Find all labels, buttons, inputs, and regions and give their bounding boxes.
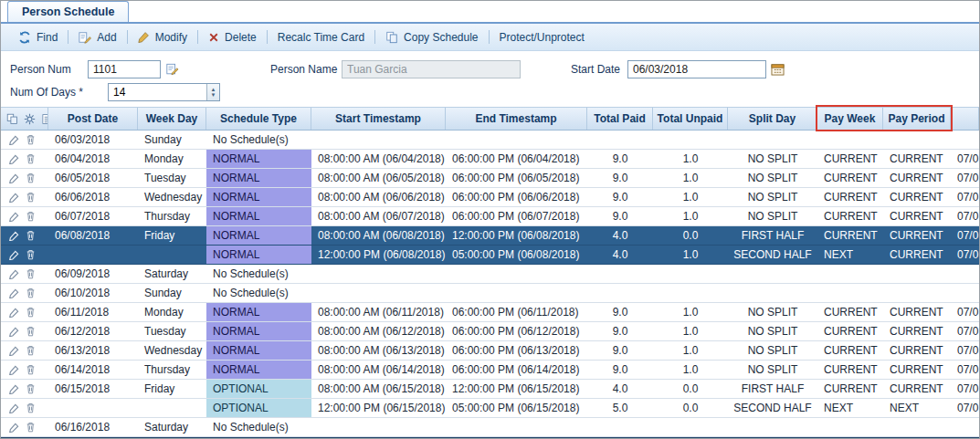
cell-end-timestamp: 06:00:00 PM (06/05/2018) xyxy=(446,169,587,187)
row-delete-icon[interactable] xyxy=(26,230,36,241)
toolbar-separator xyxy=(197,30,198,44)
spinner-down-icon[interactable]: ▼ xyxy=(211,92,216,98)
row-delete-icon[interactable] xyxy=(26,326,36,337)
cell-total-unpaid: 0.0 xyxy=(653,399,728,417)
num-days-field: ▲▼ xyxy=(108,83,220,101)
protect-unprotect-button[interactable]: Protect/Unprotect xyxy=(491,31,593,44)
col-start-timestamp[interactable]: Start Timestamp xyxy=(311,108,446,130)
row-delete-icon[interactable] xyxy=(26,383,36,394)
cell-week-day: Friday xyxy=(138,380,206,398)
person-lookup-icon[interactable] xyxy=(165,63,179,76)
recalc-label: Recalc Time Card xyxy=(278,31,364,44)
table-row[interactable]: 06/13/2018 Wednesday NORMAL 08:00:00 AM … xyxy=(1,341,979,361)
col-pay-week[interactable]: Pay Week xyxy=(817,108,883,130)
table-row[interactable]: 06/10/2018 Sunday No Schedule(s) xyxy=(1,284,979,303)
table-row[interactable]: 06/12/2018 Tuesday NORMAL 08:00:00 AM (0… xyxy=(1,322,979,341)
col-end-timestamp[interactable]: End Timestamp xyxy=(446,108,587,130)
cell-schedule-type: OPTIONAL xyxy=(206,380,311,398)
table-row[interactable]: 06/06/2018 Wednesday NORMAL 08:00:00 AM … xyxy=(1,188,979,207)
table-row[interactable]: NORMAL 12:00:00 PM (06/08/2018) 05:00:00… xyxy=(1,246,979,265)
report-icon[interactable] xyxy=(41,113,48,125)
col-total-unpaid[interactable]: Total Unpaid xyxy=(653,108,728,130)
modify-button[interactable]: Modify xyxy=(130,31,195,44)
col-total-paid[interactable]: Total Paid xyxy=(587,108,653,130)
cell-total-unpaid: 1.0 xyxy=(653,322,728,340)
table-row[interactable]: OPTIONAL 12:00:00 PM (06/15/2018) 05:00:… xyxy=(1,399,979,418)
row-delete-icon[interactable] xyxy=(26,402,36,413)
table-row[interactable]: 06/09/2018 Saturday No Schedule(s) xyxy=(1,265,979,284)
row-edit-icon[interactable] xyxy=(9,173,19,183)
cell-post-date: 06/10/2018 xyxy=(48,284,138,302)
cell-partial xyxy=(951,284,979,302)
num-days-spinner[interactable]: ▲▼ xyxy=(206,84,219,100)
table-row[interactable]: 06/15/2018 Friday OPTIONAL 08:00:00 AM (… xyxy=(1,380,979,399)
row-edit-icon[interactable] xyxy=(9,327,19,337)
table-row[interactable]: 06/05/2018 Tuesday NORMAL 08:00:00 AM (0… xyxy=(1,169,979,188)
tab-person-schedule[interactable]: Person Schedule xyxy=(7,1,129,22)
cell-schedule-type: No Schedule(s) xyxy=(206,284,311,302)
row-edit-icon[interactable] xyxy=(9,288,19,298)
cell-partial: 07/0 xyxy=(951,303,979,321)
table-row[interactable]: 06/11/2018 Monday NORMAL 08:00:00 AM (06… xyxy=(1,303,979,322)
row-delete-icon[interactable] xyxy=(26,307,36,318)
find-button[interactable]: Find xyxy=(10,31,66,44)
row-delete-icon[interactable] xyxy=(26,211,36,222)
col-split-day[interactable]: Split Day xyxy=(728,108,817,130)
recalc-time-card-button[interactable]: Recalc Time Card xyxy=(269,31,373,44)
table-row[interactable]: 06/14/2018 Thursday NORMAL 08:00:00 AM (… xyxy=(1,361,979,380)
row-delete-icon[interactable] xyxy=(26,153,36,164)
table-row[interactable]: 06/16/2018 Saturday No Schedule(s) xyxy=(1,418,979,437)
row-edit-icon[interactable] xyxy=(9,346,19,356)
row-edit-icon[interactable] xyxy=(9,269,19,279)
row-edit-icon[interactable] xyxy=(9,365,19,375)
row-edit-icon[interactable] xyxy=(9,403,19,413)
row-actions xyxy=(1,131,48,149)
delete-button[interactable]: Delete xyxy=(200,31,265,44)
row-edit-icon[interactable] xyxy=(9,212,19,222)
person-name-label: Person Name xyxy=(270,63,342,76)
settings-gear-icon[interactable] xyxy=(24,113,36,125)
cell-total-paid xyxy=(587,418,653,436)
table-row[interactable]: 06/04/2018 Monday NORMAL 08:00:00 AM (06… xyxy=(1,150,979,169)
row-edit-icon[interactable] xyxy=(9,193,19,203)
row-actions xyxy=(1,380,48,398)
col-week-day[interactable]: Week Day xyxy=(138,108,206,130)
start-date-input[interactable] xyxy=(627,60,766,78)
col-schedule-type[interactable]: Schedule Type xyxy=(206,108,311,130)
row-edit-icon[interactable] xyxy=(9,308,19,318)
person-num-input[interactable] xyxy=(88,60,161,78)
add-button[interactable]: Add xyxy=(70,31,124,44)
row-delete-icon[interactable] xyxy=(26,422,36,433)
cell-week-day: Saturday xyxy=(138,265,206,283)
row-delete-icon[interactable] xyxy=(26,345,36,356)
row-delete-icon[interactable] xyxy=(26,172,36,183)
cell-pay-period: CURRENT xyxy=(883,361,951,379)
cell-end-timestamp: 12:00:00 PM (06/15/2018) xyxy=(446,380,587,398)
cell-schedule-type: No Schedule(s) xyxy=(206,418,311,436)
row-edit-icon[interactable] xyxy=(9,384,19,394)
row-edit-icon[interactable] xyxy=(9,231,19,241)
row-delete-icon[interactable] xyxy=(26,268,36,279)
row-edit-icon[interactable] xyxy=(9,135,19,145)
cell-schedule-type: NORMAL xyxy=(206,226,311,245)
col-pay-period[interactable]: Pay Period xyxy=(883,108,951,130)
row-edit-icon[interactable] xyxy=(9,423,19,433)
table-row[interactable]: 06/08/2018 Friday NORMAL 08:00:00 AM (06… xyxy=(1,226,979,246)
num-days-input[interactable] xyxy=(109,84,206,100)
cell-total-paid: 9.0 xyxy=(587,361,653,379)
copy-rows-icon[interactable] xyxy=(6,113,18,125)
row-delete-icon[interactable] xyxy=(26,249,36,260)
row-delete-icon[interactable] xyxy=(26,364,36,375)
table-row[interactable]: 06/03/2018 Sunday No Schedule(s) xyxy=(1,131,979,150)
table-row[interactable]: 06/07/2018 Thursday NORMAL 08:00:00 AM (… xyxy=(1,207,979,226)
row-delete-icon[interactable] xyxy=(26,134,36,145)
cell-pay-week xyxy=(817,284,883,302)
row-delete-icon[interactable] xyxy=(26,287,36,298)
row-edit-icon[interactable] xyxy=(9,250,19,260)
col-post-date[interactable]: Post Date xyxy=(48,108,138,130)
copy-schedule-button[interactable]: Copy Schedule xyxy=(377,31,486,44)
toolbar-separator xyxy=(267,30,268,44)
row-delete-icon[interactable] xyxy=(26,192,36,203)
row-edit-icon[interactable] xyxy=(9,154,19,164)
calendar-icon[interactable] xyxy=(771,63,785,76)
